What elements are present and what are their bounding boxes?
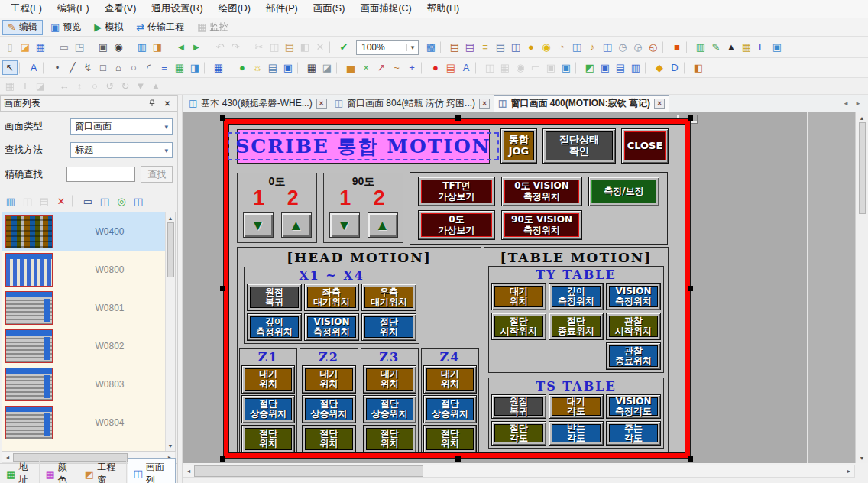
image-place-icon[interactable]: ▦ [172,60,187,75]
data-block-icon[interactable]: ◪ [319,60,335,75]
menu-screen[interactable]: 画面(S) [306,0,353,18]
tag-register-icon[interactable]: ▤ [447,40,462,54]
match-width-icon[interactable]: ↔ [57,79,72,93]
measure-calibrate-button[interactable]: 측정/보정 [588,177,659,206]
screen-script-icon[interactable]: ▥ [693,40,708,54]
rpa-view-icon[interactable]: ▣ [543,60,559,75]
touch-input-icon[interactable]: ◆ [652,60,667,75]
startup-task-icon[interactable]: ▲ [724,40,739,54]
sound-icon[interactable]: ♪ [585,40,600,54]
ts-wait-angle-button[interactable]: 대기 각도 [549,394,604,419]
screen-type-select[interactable]: 窗口画面 ▾ [70,118,173,135]
grid-snap-icon[interactable]: ▦ [2,79,18,93]
rotate-text-icon[interactable]: T [18,79,33,93]
trend-graph-icon[interactable]: ~ [389,60,404,75]
tab-window-804[interactable]: ◫ 窗口画面 804(蜡瓶 涝仿 窍困...) ✕ [331,96,494,112]
ty-observe-start-button[interactable]: 관찰 시작위치 [606,313,661,340]
table-tool-icon[interactable]: ▦ [211,60,226,75]
prev-screen-icon[interactable]: ◄ [173,40,189,54]
x-cut-position-button[interactable]: 절단 위치 [361,313,416,341]
selection-handle[interactable] [455,456,461,462]
compare-screens-icon[interactable]: ◫ [600,40,615,54]
line-graph-icon[interactable]: ↗ [374,60,389,75]
z4-wait-button[interactable]: 대기 위치 [423,365,477,394]
rect-tool-icon[interactable]: □ [96,60,111,75]
x-left-wait-button[interactable]: 좌측 대기위치 [304,284,359,311]
keypad-part-icon[interactable]: ▦ [304,60,319,75]
scatter-graph-icon[interactable]: × [358,60,374,75]
close-screen-icon[interactable]: ◨ [150,40,165,54]
csv-edit-icon[interactable]: ▤ [493,40,508,54]
alarm-display-icon[interactable]: ▤ [443,60,458,75]
screen-list-item[interactable]: W0400 [2,212,165,251]
find-button[interactable]: 查找 [141,166,173,183]
d-script-icon[interactable]: D [667,60,682,75]
tab-screen-list[interactable]: ◫ 画面列 [128,458,176,483]
delete-icon[interactable]: ✕ [313,40,328,54]
screen-list-item[interactable]: W0802 [2,327,165,365]
ts-cut-angle-button[interactable]: 절단 각도 [491,421,546,446]
new-screen-icon[interactable]: ▥ [134,40,150,54]
convert-screen-icon[interactable]: ◎ [114,194,129,209]
camera-icon[interactable]: ◉ [111,40,126,54]
symbol-list-icon[interactable]: ≡ [478,40,493,54]
edit-mode-button[interactable]: ✎ 编辑 [2,20,43,35]
z1-cut-up-button[interactable]: 절단 상승위치 [241,395,295,423]
list-vertical-scrollbar[interactable]: ▲ ▼ [165,212,175,451]
x-vision-measure-button[interactable]: VISION 측정위치 [304,313,359,341]
z1-wait-button[interactable]: 대기 위치 [241,365,295,394]
camera-view-icon[interactable]: ◉ [513,60,528,75]
preview-monitor-icon[interactable]: ▭ [80,194,96,209]
copy-screen-icon[interactable]: ◫ [20,194,35,209]
dot-tool-icon[interactable]: • [50,60,65,75]
close-tab-icon[interactable]: ✕ [316,99,327,109]
virtual-view-0-button[interactable]: 0도 가상보기 [418,210,495,240]
screen-list-item[interactable]: W0801 [2,289,165,327]
close-button[interactable]: CLOSE [621,128,669,164]
vision-90-measure-button[interactable]: 90도 VISION 측정위치 [501,210,582,240]
ts-vision-angle-button[interactable]: VISION 측정각도 [606,394,661,419]
increment-button[interactable]: ▲ [281,212,312,238]
canvas-vertical-scrollbar[interactable]: ▲ ▼ [855,112,868,463]
remote-pc-icon[interactable]: ▭ [528,60,543,75]
simulate-button[interactable]: ▶ 模拟 [89,20,128,35]
scroll-tabs-right-icon[interactable]: ► [853,98,863,109]
date-display-icon[interactable]: ▣ [280,60,296,75]
undo-icon[interactable]: ↶ [212,40,228,54]
z3-cut-button[interactable]: 절단 위치 [363,425,416,453]
menu-project[interactable]: 工程(F) [3,0,50,18]
memo-pad-icon[interactable]: ✎ [708,40,724,54]
match-height-icon[interactable]: ↕ [72,79,87,93]
data-list-icon[interactable]: ▥ [628,60,643,75]
scrollbar-thumb[interactable] [859,122,866,214]
switch-part-icon[interactable]: ● [235,60,250,75]
same-shape-icon[interactable]: ○ [87,79,102,93]
comment-register-icon[interactable]: ▤ [462,40,478,54]
x-right-wait-button[interactable]: 우측 대기위치 [361,284,416,311]
delete-screen-icon[interactable]: ✕ [53,194,69,209]
scrollbar-thumb[interactable] [194,465,423,477]
z1-cut-button[interactable]: 절단 위치 [241,425,295,453]
image-import-icon[interactable]: ◨ [187,60,202,75]
z4-cut-button[interactable]: 절단 위치 [423,425,477,453]
pin-icon[interactable] [146,98,158,109]
ty-cut-end-button[interactable]: 절단 종료위치 [549,313,604,340]
preview-button[interactable]: ▣ 预览 [45,20,86,35]
text-tool-icon[interactable]: A [26,60,41,75]
screen-list-item[interactable]: W0800 [2,251,165,289]
selection-handle[interactable] [688,286,693,291]
error-check-icon[interactable]: ✔ [336,40,351,54]
z2-cut-up-button[interactable]: 절단 상승위치 [302,395,355,423]
box-3d-icon[interactable]: ◧ [691,60,706,75]
tab-address[interactable]: ▦ 地址 [2,458,40,483]
schedule-y-icon[interactable]: ◷ [615,40,630,54]
scrollbar-thumb[interactable] [167,222,174,277]
menu-help[interactable]: 帮助(H) [419,0,467,18]
close-panel-icon[interactable]: ✕ [161,98,173,109]
vision-0-measure-button[interactable]: 0도 VISION 측정위치 [501,177,582,206]
ty-wait-button[interactable]: 대기 위치 [491,283,546,310]
menu-parts[interactable]: 部件(P) [258,0,306,18]
scroll-up-icon[interactable]: ▲ [860,113,865,122]
ts-give-angle-button[interactable]: 주는 각도 [606,421,661,446]
menu-screen-capture[interactable]: 画面捕捉(C) [352,0,419,18]
